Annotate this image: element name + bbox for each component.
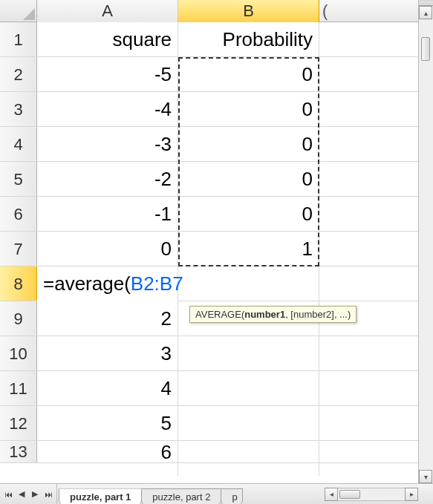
row-6: 6 -1 0 xyxy=(0,197,433,232)
cell-A2[interactable]: -5 xyxy=(37,57,178,92)
cell-B6[interactable]: 0 xyxy=(178,197,319,232)
sheet-tabs: puzzle, part 1 puzzle, part 2 p xyxy=(59,484,242,504)
cell-B10[interactable] xyxy=(178,336,319,371)
row-8: 8 =average(B2:B7 xyxy=(0,266,433,301)
row-10: 10 3 xyxy=(0,336,433,371)
cell-C3[interactable] xyxy=(319,92,423,127)
column-header-B[interactable]: B xyxy=(178,0,319,22)
split-handle[interactable] xyxy=(419,0,433,6)
row-2: 2 -5 0 xyxy=(0,57,433,92)
cell-C4[interactable] xyxy=(319,127,423,162)
cell-C5[interactable] xyxy=(319,162,423,197)
column-header-row: A B ( xyxy=(0,0,433,22)
cell-A4[interactable]: -3 xyxy=(37,127,178,162)
select-all-corner[interactable] xyxy=(0,0,37,22)
cell-A7[interactable]: 0 xyxy=(37,232,178,266)
cell-A11[interactable]: 4 xyxy=(37,371,178,406)
tooltip-arg-bold: number1 xyxy=(244,309,285,320)
row-header-8[interactable]: 8 xyxy=(0,266,37,301)
cell-C1[interactable] xyxy=(319,22,423,57)
row-4: 4 -3 0 xyxy=(0,127,433,162)
scroll-up-button[interactable]: ▴ xyxy=(419,6,432,19)
cell-C13[interactable] xyxy=(319,441,423,476)
cell-A8-formula-editor[interactable]: =average(B2:B7 xyxy=(37,266,178,301)
cell-C7[interactable] xyxy=(319,232,423,266)
cell-C2[interactable] xyxy=(319,57,423,92)
cell-A9[interactable]: 2 xyxy=(37,301,178,336)
vertical-scrollbar[interactable]: ▴ ▾ xyxy=(418,0,433,483)
horizontal-scrollbar[interactable]: ◂ ▸ xyxy=(325,484,433,504)
cell-A10[interactable]: 3 xyxy=(37,336,178,371)
row-header-2[interactable]: 2 xyxy=(0,57,37,91)
row-3: 3 -4 0 xyxy=(0,92,433,127)
tooltip-fn: AVERAGE( xyxy=(195,309,244,320)
sheet-tab-1[interactable]: puzzle, part 1 xyxy=(59,488,142,504)
sheet-tab-2[interactable]: puzzle, part 2 xyxy=(141,488,221,504)
cell-C10[interactable] xyxy=(319,336,423,371)
cell-B13[interactable] xyxy=(178,441,319,476)
row-7: 7 0 1 xyxy=(0,232,433,266)
cell-A13[interactable]: 6 xyxy=(37,441,178,476)
row-header-13[interactable]: 13 xyxy=(0,441,37,462)
vscroll-thumb[interactable] xyxy=(421,37,430,61)
row-11: 11 4 xyxy=(0,371,433,406)
row-5: 5 -2 0 xyxy=(0,162,433,197)
sheet-tab-bar: ⏮ ◀ ▶ ⏭ puzzle, part 1 puzzle, part 2 p … xyxy=(0,483,433,504)
sheet-nav-first-icon[interactable]: ⏮ xyxy=(1,488,15,501)
function-tooltip[interactable]: AVERAGE(number1, [number2], ...) xyxy=(189,306,357,323)
formula-range-ref: B2:B7 xyxy=(131,272,183,295)
row-13: 13 6 xyxy=(0,441,433,463)
cell-B5[interactable]: 0 xyxy=(178,162,319,197)
cell-C6[interactable] xyxy=(319,197,423,232)
cell-B4[interactable]: 0 xyxy=(178,127,319,162)
hscroll-thumb[interactable] xyxy=(339,490,360,499)
row-header-7[interactable]: 7 xyxy=(0,232,37,266)
sheet-nav-next-icon[interactable]: ▶ xyxy=(28,488,42,501)
hscroll-track[interactable] xyxy=(338,488,405,501)
row-12: 12 5 xyxy=(0,406,433,441)
formula-prefix: =average( xyxy=(43,272,131,295)
row-header-12[interactable]: 12 xyxy=(0,406,37,440)
cell-A5[interactable]: -2 xyxy=(37,162,178,197)
cell-C12[interactable] xyxy=(319,406,423,441)
cell-A12[interactable]: 5 xyxy=(37,406,178,441)
sheet-nav-last-icon[interactable]: ⏭ xyxy=(42,488,55,501)
cell-B8[interactable] xyxy=(178,266,319,301)
cell-A3[interactable]: -4 xyxy=(37,92,178,127)
tooltip-rest: , [number2], ...) xyxy=(285,309,351,320)
vscroll-track[interactable] xyxy=(419,19,433,470)
scroll-right-button[interactable]: ▸ xyxy=(405,488,418,501)
cell-C11[interactable] xyxy=(319,371,423,406)
row-header-10[interactable]: 10 xyxy=(0,336,37,370)
cell-B7[interactable]: 1 xyxy=(178,232,319,266)
cell-B3[interactable]: 0 xyxy=(178,92,319,127)
scroll-down-button[interactable]: ▾ xyxy=(419,470,432,483)
cell-B11[interactable] xyxy=(178,371,319,406)
column-header-C[interactable]: ( xyxy=(319,0,423,22)
spreadsheet-grid[interactable]: A B ( 1 square Probability 2 -5 0 3 -4 0… xyxy=(0,0,433,463)
row-header-6[interactable]: 6 xyxy=(0,197,37,231)
row-header-5[interactable]: 5 xyxy=(0,162,37,196)
scroll-left-button[interactable]: ◂ xyxy=(325,488,338,501)
row-header-3[interactable]: 3 xyxy=(0,92,37,126)
cell-A6[interactable]: -1 xyxy=(37,197,178,232)
sheet-nav-buttons: ⏮ ◀ ▶ ⏭ xyxy=(0,484,57,504)
cell-B12[interactable] xyxy=(178,406,319,441)
row-header-1[interactable]: 1 xyxy=(0,22,37,56)
row-header-11[interactable]: 11 xyxy=(0,371,37,405)
row-header-4[interactable]: 4 xyxy=(0,127,37,161)
cell-B1[interactable]: Probability xyxy=(178,22,319,57)
cell-A1[interactable]: square xyxy=(37,22,178,57)
cell-B2[interactable]: 0 xyxy=(178,57,319,92)
column-header-A[interactable]: A xyxy=(37,0,178,22)
sheet-nav-prev-icon[interactable]: ◀ xyxy=(15,488,28,501)
cell-C8[interactable] xyxy=(319,266,423,301)
sheet-tab-3[interactable]: p xyxy=(221,488,242,504)
row-1: 1 square Probability xyxy=(0,22,433,57)
row-header-9[interactable]: 9 xyxy=(0,301,37,336)
